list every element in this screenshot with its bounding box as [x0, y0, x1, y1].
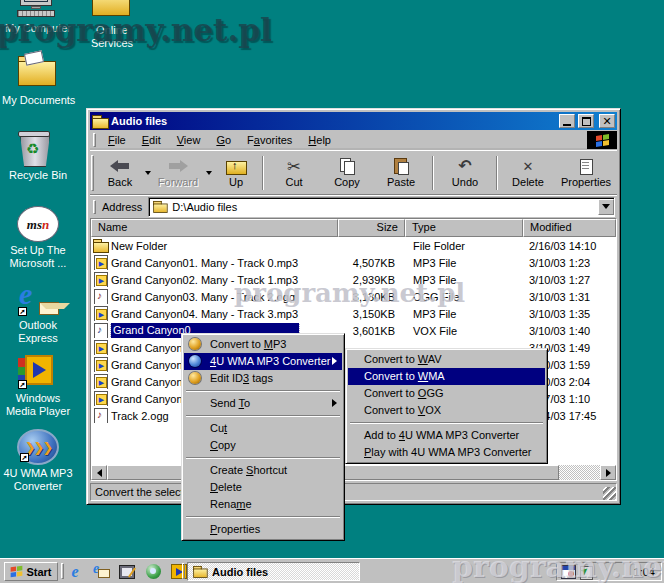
- tray-icon-2[interactable]: [579, 565, 594, 579]
- menu-item-convert-to-wav[interactable]: Convert to WAV: [348, 351, 545, 368]
- desktop-icon-label: Recycle Bin: [9, 169, 67, 182]
- column-header-name[interactable]: Name: [91, 219, 338, 237]
- task-folder-icon: [193, 566, 207, 577]
- forward-button[interactable]: Forward: [153, 153, 203, 193]
- title-bar[interactable]: Audio files ✕: [90, 112, 617, 130]
- menu-item-convert-to-ogg[interactable]: Convert to OGG: [348, 385, 545, 402]
- properties-icon: [579, 158, 593, 174]
- outlook-express-quicklaunch-icon[interactable]: [92, 563, 110, 580]
- address-label: Address: [100, 201, 148, 213]
- file-row-new-folder[interactable]: New FolderFile Folder2/16/03 14:10: [91, 237, 616, 254]
- address-bar: Address D:\Audio files: [90, 194, 617, 218]
- menu-item-create-shortcut[interactable]: Create Shortcut: [184, 462, 342, 479]
- address-dropdown-button[interactable]: [598, 199, 614, 215]
- ie-quicklaunch-icon[interactable]: e: [66, 563, 84, 580]
- file-row-grand-canyon03-many-track-2-ogg[interactable]: Grand Canyon03. Many - Track 2.ogg3,130K…: [91, 288, 616, 305]
- scroll-left-button[interactable]: [91, 465, 107, 480]
- column-header-modified[interactable]: Modified: [523, 219, 616, 237]
- task-button-audio-files[interactable]: Audio files: [187, 562, 360, 581]
- file-name: Track 2.ogg: [111, 410, 169, 422]
- paste-button[interactable]: Paste: [374, 153, 428, 193]
- menu-item-play-with-4u-wma-mp3-converter[interactable]: Play with 4U WMA MP3 Converter: [348, 444, 545, 461]
- menu-edit[interactable]: Edit: [134, 132, 169, 148]
- file-modified: 3/10/03 1:23: [523, 257, 616, 269]
- menu-bar: File Edit View Go Favorites Help: [90, 130, 617, 150]
- file-row-grand-canyon02-many-track-1-mp3[interactable]: Grand Canyon02. Many - Track 1.mp32,939K…: [91, 271, 616, 288]
- cut-button[interactable]: Cut: [268, 153, 320, 193]
- toolbar-separator: [496, 156, 498, 190]
- taskbar: Start e Audio files 1:04: [0, 558, 664, 583]
- back-dropdown[interactable]: [142, 153, 153, 193]
- menu-separator: [348, 419, 545, 427]
- addressbar-grip[interactable]: [93, 200, 96, 214]
- outlook-express-icon: e➚: [17, 281, 59, 317]
- desktop-icon-setup-msn[interactable]: msn Set Up The Microsoft ...: [2, 206, 74, 270]
- delete-button[interactable]: Delete: [502, 153, 554, 193]
- copy-button[interactable]: Copy: [320, 153, 374, 193]
- menu-item-copy[interactable]: Copy: [184, 437, 342, 454]
- undo-button[interactable]: Undo: [438, 153, 492, 193]
- converter-gear-icon: [189, 355, 201, 367]
- window-title: Audio files: [111, 115, 556, 127]
- desktop-icon-4u-converter[interactable]: ❯❯❯➚ 4U WMA MP3 Converter: [2, 429, 74, 493]
- menu-item-convert-to-wma[interactable]: Convert to WMA: [348, 368, 545, 385]
- menu-item-cut[interactable]: Cut: [184, 420, 342, 437]
- view-channels-icon[interactable]: [144, 563, 162, 580]
- toolbar-grip[interactable]: [91, 155, 94, 191]
- column-header-size[interactable]: Size: [338, 219, 405, 237]
- menu-item-send-to[interactable]: Send To: [184, 395, 342, 412]
- desktop-icon-my-documents[interactable]: My Documents: [2, 56, 74, 107]
- delete-x-icon: [523, 159, 534, 174]
- taskbar-grip[interactable]: [182, 563, 185, 579]
- menu-item-convert-to-mp3[interactable]: Convert to MP3: [184, 336, 342, 353]
- horizontal-scrollbar[interactable]: [91, 465, 616, 480]
- properties-button[interactable]: Properties: [554, 153, 617, 193]
- tray-icon-1[interactable]: [561, 565, 576, 579]
- status-bar: Convert the selecte: [90, 483, 617, 501]
- desktop-icon-windows-media-player[interactable]: ➚ Windows Media Player: [2, 354, 74, 418]
- file-name-cell: Grand Canyon02. Many - Track 1.mp3: [91, 272, 338, 287]
- file-size: 3,601KB: [338, 325, 405, 337]
- menu-go[interactable]: Go: [208, 132, 239, 148]
- desktop-icon-my-computer[interactable]: My Computer: [2, 0, 74, 35]
- menu-item-add-to-4u-wma-mp3-converter[interactable]: Add to 4U WMA MP3 Converter: [348, 427, 545, 444]
- file-row-grand-canyon04-many-track-3-mp3[interactable]: Grand Canyon04. Many - Track 3.mp33,150K…: [91, 305, 616, 322]
- menubar-grip[interactable]: [93, 133, 96, 147]
- file-type: MP3 File: [405, 274, 523, 286]
- forward-dropdown[interactable]: [203, 153, 214, 193]
- scrollbar-track[interactable]: [559, 465, 600, 480]
- menu-item-rename[interactable]: Rename: [184, 496, 342, 513]
- menu-help[interactable]: Help: [300, 132, 339, 148]
- menu-file[interactable]: File: [100, 132, 134, 148]
- menu-item-edit-id3-tags[interactable]: Edit ID3 tags: [184, 370, 342, 387]
- menu-item-convert-to-vox[interactable]: Convert to VOX: [348, 402, 545, 419]
- back-button[interactable]: Back: [98, 153, 142, 193]
- mp3-file-icon: [93, 255, 108, 270]
- menu-favorites[interactable]: Favorites: [239, 132, 300, 148]
- address-input[interactable]: D:\Audio files: [148, 197, 615, 217]
- show-desktop-icon[interactable]: [118, 563, 136, 580]
- scroll-right-button[interactable]: [600, 465, 616, 480]
- menu-item-properties[interactable]: Properties: [184, 521, 342, 538]
- file-name: Grand Canyon03. Many - Track 2.ogg: [111, 291, 295, 303]
- file-row-grand-canyon0[interactable]: Grand Canyon03,601KBVOX File3/10/03 1:40: [91, 322, 616, 339]
- menu-separator: [184, 387, 342, 395]
- taskbar-grip[interactable]: [61, 563, 64, 579]
- desktop-icon-outlook-express[interactable]: e➚ Outlook Express: [2, 281, 74, 345]
- close-button[interactable]: ✕: [599, 114, 615, 128]
- column-header-type[interactable]: Type: [405, 219, 523, 237]
- start-button[interactable]: Start: [4, 562, 58, 581]
- menu-item-4u-wma-mp3-converter[interactable]: 4U WMA MP3 Converter: [184, 353, 342, 370]
- menu-item-delete[interactable]: Delete: [184, 479, 342, 496]
- minimize-button[interactable]: [559, 114, 575, 128]
- resize-grip[interactable]: [603, 487, 616, 500]
- file-name-cell: Grand Canyon01. Many - Track 0.mp3: [91, 255, 338, 270]
- desktop-icon-online-services[interactable]: Online Services: [80, 0, 144, 50]
- maximize-button[interactable]: [578, 114, 594, 128]
- up-button[interactable]: Up: [214, 153, 258, 193]
- menu-separator: [184, 513, 342, 521]
- media-player-quicklaunch-icon[interactable]: [170, 563, 188, 580]
- file-row-grand-canyon01-many-track-0-mp3[interactable]: Grand Canyon01. Many - Track 0.mp34,507K…: [91, 254, 616, 271]
- desktop-icon-recycle-bin[interactable]: Recycle Bin: [2, 131, 74, 182]
- menu-view[interactable]: View: [169, 132, 209, 148]
